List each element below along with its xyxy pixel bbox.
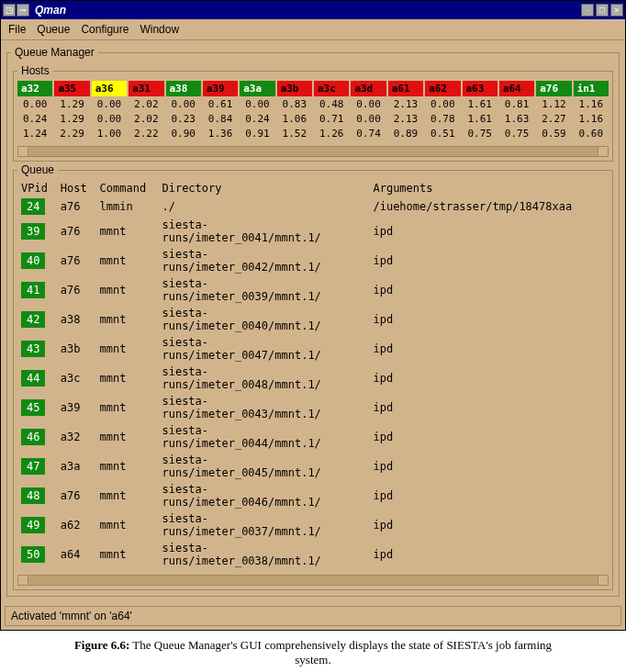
- host-tag-a31[interactable]: a31: [129, 81, 163, 96]
- queue-row[interactable]: 40a76mmntsiesta-runs/imeter_0042/mmnt.1/…: [17, 246, 609, 275]
- titlebar[interactable]: ◳ ⊸ Qman · □ ×: [1, 1, 625, 19]
- host-value: 0.23: [166, 112, 201, 126]
- menubar: File Queue Configure Window: [1, 19, 625, 40]
- host-value: 1.36: [203, 127, 238, 140]
- cell-command: lmmin: [96, 196, 159, 217]
- host-tag-a62[interactable]: a62: [425, 81, 460, 96]
- cell-directory: siesta-runs/imeter_0043/mmnt.1/: [158, 393, 369, 422]
- host-value: 1.12: [536, 97, 571, 111]
- host-value: 0.00: [166, 97, 201, 111]
- host-tag-a61[interactable]: a61: [388, 81, 423, 96]
- queue-row[interactable]: 44a3cmmntsiesta-runs/imeter_0048/mmnt.1/…: [17, 364, 609, 393]
- queue-row[interactable]: 24a76lmmin.//iuehome/strasser/tmp/18478x…: [17, 196, 609, 217]
- cell-arguments: ipd: [369, 275, 609, 305]
- queue-row[interactable]: 46a32mmntsiesta-runs/imeter_0044/mmnt.1/…: [17, 422, 609, 452]
- hosts-group: Hosts a32a35a36a31a38a39a3aa3ba3ca3da61a…: [13, 64, 613, 162]
- cell-arguments: ipd: [369, 334, 609, 364]
- host-tag-a38[interactable]: a38: [166, 81, 201, 96]
- host-tag-a3c[interactable]: a3c: [314, 81, 349, 96]
- menu-file[interactable]: File: [8, 23, 26, 36]
- hosts-grid: a32a35a36a31a38a39a3aa3ba3ca3da61a62a63a…: [17, 81, 609, 140]
- host-tag-a32[interactable]: a32: [17, 81, 52, 96]
- host-tag-in1[interactable]: in1: [574, 81, 609, 96]
- host-tag-a3a[interactable]: a3a: [240, 81, 274, 96]
- dot-icon[interactable]: ·: [581, 4, 594, 17]
- host-tag-a64[interactable]: a64: [499, 81, 534, 96]
- app-window: ◳ ⊸ Qman · □ × File Queue Configure Wind…: [0, 0, 626, 631]
- cell-directory: siesta-runs/imeter_0048/mmnt.1/: [158, 364, 369, 393]
- cell-directory: siesta-runs/imeter_0046/mmnt.1/: [158, 481, 369, 510]
- maximize-icon[interactable]: □: [596, 4, 609, 17]
- cell-command: mmnt: [96, 481, 159, 510]
- queue-row[interactable]: 39a76mmntsiesta-runs/imeter_0041/mmnt.1/…: [17, 217, 609, 246]
- host-value: 0.90: [166, 127, 201, 140]
- menu-queue[interactable]: Queue: [37, 23, 70, 36]
- queue-row[interactable]: 42a38mmntsiesta-runs/imeter_0040/mmnt.1/…: [17, 305, 609, 334]
- host-value: 0.00: [17, 97, 52, 111]
- queue-row[interactable]: 45a39mmntsiesta-runs/imeter_0043/mmnt.1/…: [17, 393, 609, 422]
- cell-command: mmnt: [96, 305, 159, 334]
- vpid-badge: 45: [21, 399, 45, 416]
- host-tag-a36[interactable]: a36: [92, 81, 127, 96]
- vpid-badge: 50: [21, 546, 45, 563]
- cell-directory: siesta-runs/imeter_0037/mmnt.1/: [158, 510, 369, 540]
- host-tag-a3d[interactable]: a3d: [351, 81, 386, 96]
- close-icon[interactable]: ×: [610, 4, 623, 17]
- figure-caption: Figure 6.6: The Queue Manager's GUI comp…: [0, 631, 626, 672]
- queue-row[interactable]: 49a62mmntsiesta-runs/imeter_0037/mmnt.1/…: [17, 510, 609, 540]
- pin-icon[interactable]: ⊸: [17, 4, 29, 17]
- host-value: 0.71: [314, 112, 349, 126]
- cell-directory: siesta-runs/imeter_0047/mmnt.1/: [158, 334, 369, 364]
- menu-window[interactable]: Window: [140, 23, 179, 36]
- queue-row[interactable]: 47a3ammntsiesta-runs/imeter_0045/mmnt.1/…: [17, 452, 609, 481]
- menu-icon[interactable]: ◳: [3, 4, 16, 17]
- cell-host: a38: [57, 305, 96, 334]
- menu-configure[interactable]: Configure: [81, 23, 129, 36]
- host-value: 0.84: [203, 112, 238, 126]
- host-value: 1.29: [54, 97, 89, 111]
- cell-host: a3a: [57, 452, 96, 481]
- host-value: 1.61: [463, 112, 497, 126]
- host-value: 0.59: [536, 127, 571, 140]
- vpid-badge: 39: [21, 223, 45, 240]
- host-value: 0.00: [351, 97, 386, 111]
- queue-scrollbar[interactable]: [17, 575, 609, 586]
- host-value: 1.63: [499, 112, 534, 126]
- queue-row[interactable]: 43a3bmmntsiesta-runs/imeter_0047/mmnt.1/…: [17, 334, 609, 364]
- vpid-badge: 24: [21, 198, 45, 215]
- host-tag-a76[interactable]: a76: [536, 81, 571, 96]
- cell-host: a76: [57, 275, 96, 305]
- cell-arguments: ipd: [369, 217, 609, 246]
- cell-host: a62: [57, 510, 96, 540]
- host-value: 1.52: [277, 127, 312, 140]
- cell-command: mmnt: [96, 510, 159, 540]
- host-value: 2.29: [54, 127, 89, 140]
- queue-row[interactable]: 41a76mmntsiesta-runs/imeter_0039/mmnt.1/…: [17, 275, 609, 305]
- queue-row[interactable]: 50a64mmntsiesta-runs/imeter_0038/mmnt.1/…: [17, 540, 609, 569]
- queue-row[interactable]: 48a76mmntsiesta-runs/imeter_0046/mmnt.1/…: [17, 481, 609, 510]
- host-tag-a39[interactable]: a39: [203, 81, 238, 96]
- cell-command: mmnt: [96, 393, 159, 422]
- cell-command: mmnt: [96, 217, 159, 246]
- host-value: 0.51: [425, 127, 460, 140]
- host-tag-a3b[interactable]: a3b: [277, 81, 312, 96]
- host-value: 0.75: [499, 127, 534, 140]
- cell-directory: siesta-runs/imeter_0038/mmnt.1/: [158, 540, 369, 569]
- cell-arguments: ipd: [369, 540, 609, 569]
- host-value: 1.29: [54, 112, 89, 126]
- cell-host: a76: [57, 196, 96, 217]
- hosts-scrollbar[interactable]: [17, 146, 609, 157]
- host-value: 0.83: [277, 97, 312, 111]
- host-value: 0.00: [240, 97, 274, 111]
- cell-command: mmnt: [96, 275, 159, 305]
- host-value: 1.61: [463, 97, 497, 111]
- vpid-badge: 40: [21, 252, 45, 269]
- host-tag-a63[interactable]: a63: [463, 81, 497, 96]
- host-value: 0.60: [574, 127, 609, 140]
- host-tag-a35[interactable]: a35: [54, 81, 89, 96]
- vpid-badge: 42: [21, 311, 45, 328]
- vpid-badge: 49: [21, 517, 45, 533]
- host-value: 0.61: [203, 97, 238, 111]
- host-value: 0.81: [499, 97, 534, 111]
- cell-directory: siesta-runs/imeter_0042/mmnt.1/: [158, 246, 369, 275]
